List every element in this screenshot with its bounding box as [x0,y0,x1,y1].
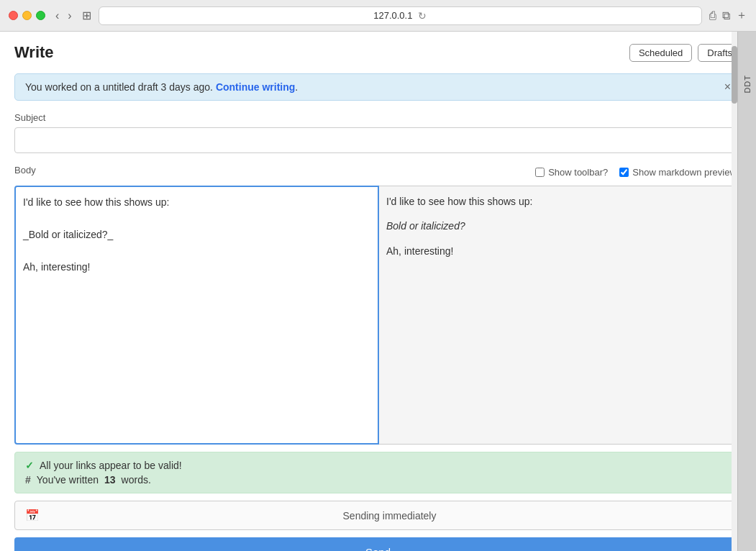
nav-buttons: ‹ › [53,8,75,24]
minimize-traffic-light[interactable] [22,11,32,20]
page-title: Write [14,43,54,62]
address-bar[interactable]: 127.0.0.1 ↻ [99,6,702,25]
tabs-button[interactable]: ⧉ [722,9,730,22]
scrollbar-thumb[interactable] [732,46,737,104]
forward-button[interactable]: › [65,8,74,24]
check-icon: ✓ [25,460,34,471]
preview-line-3: Ah, interesting! [386,243,734,259]
maximize-traffic-light[interactable] [36,11,45,20]
show-markdown-checkbox[interactable] [619,168,629,177]
preview-line-2: Bold or italicized? [386,218,734,234]
back-button[interactable]: ‹ [53,8,62,24]
schedule-text: Sending immediately [48,510,731,522]
body-textarea[interactable]: I'd like to see how this shows up: _Bold… [14,186,379,445]
subject-label: Subject [14,112,742,123]
browser-actions: ⎙ ⧉ ＋ [709,8,747,23]
tab-layout-button[interactable]: ⊞ [82,9,91,22]
browser-chrome: ‹ › ⊞ 127.0.0.1 ↻ ⎙ ⧉ ＋ [0,0,756,32]
word-count-prefix: You've written [37,474,99,486]
show-toolbar-label: Show toolbar? [548,167,608,178]
page-header: Write Scheduled Drafts [14,43,742,62]
url-text: 127.0.0.1 [373,10,412,21]
banner-text: You worked on a untitled draft 3 days ag… [25,81,298,93]
body-editors: I'd like to see how this shows up: _Bold… [14,186,742,445]
word-count-suffix: words. [122,474,151,486]
body-label: Body [14,165,36,176]
word-count-line: # You've written 13 words. [25,474,731,486]
banner-text-after: . [295,81,298,93]
subject-input[interactable] [14,127,742,153]
word-count-number: 13 [104,474,116,486]
send-button-row: Send [14,537,742,551]
side-panel-label: DDT [743,75,752,94]
calendar-icon: 📅 [25,509,40,522]
send-button[interactable]: Send [14,537,742,551]
hash-icon: # [25,474,31,486]
banner-text-before: You worked on a untitled draft 3 days ag… [25,81,213,93]
draft-banner: You worked on a untitled draft 3 days ag… [14,73,742,101]
header-buttons: Scheduled Drafts [629,44,742,62]
reload-icon[interactable]: ↻ [418,10,427,22]
banner-close-button[interactable]: × [724,81,731,93]
side-panel: DDT [737,32,756,551]
status-bar: ✓ All your links appear to be valid! # Y… [14,452,742,493]
new-tab-button[interactable]: ＋ [736,8,747,23]
share-button[interactable]: ⎙ [709,9,716,22]
body-section-header: Body Show toolbar? Show markdown preview… [14,165,742,180]
body-options: Show toolbar? Show markdown preview? [535,167,742,178]
scheduled-button[interactable]: Scheduled [629,44,692,62]
preview-line-1: I'd like to see how this shows up: [386,193,734,209]
links-valid-line: ✓ All your links appear to be valid! [25,460,731,471]
close-traffic-light[interactable] [9,11,18,20]
show-markdown-label: Show markdown preview? [632,167,742,178]
page-content: Write Scheduled Drafts You worked on a u… [0,32,756,551]
schedule-row[interactable]: 📅 Sending immediately [14,501,742,530]
links-valid-text: All your links appear to be valid! [40,460,182,471]
show-toolbar-checkbox[interactable] [535,168,545,177]
show-markdown-option[interactable]: Show markdown preview? [619,167,742,178]
show-toolbar-option[interactable]: Show toolbar? [535,167,608,178]
body-preview: I'd like to see how this shows up: Bold … [379,186,742,445]
continue-writing-link[interactable]: Continue writing [216,81,295,93]
traffic-lights [9,11,45,20]
scrollbar-track[interactable] [732,32,737,551]
